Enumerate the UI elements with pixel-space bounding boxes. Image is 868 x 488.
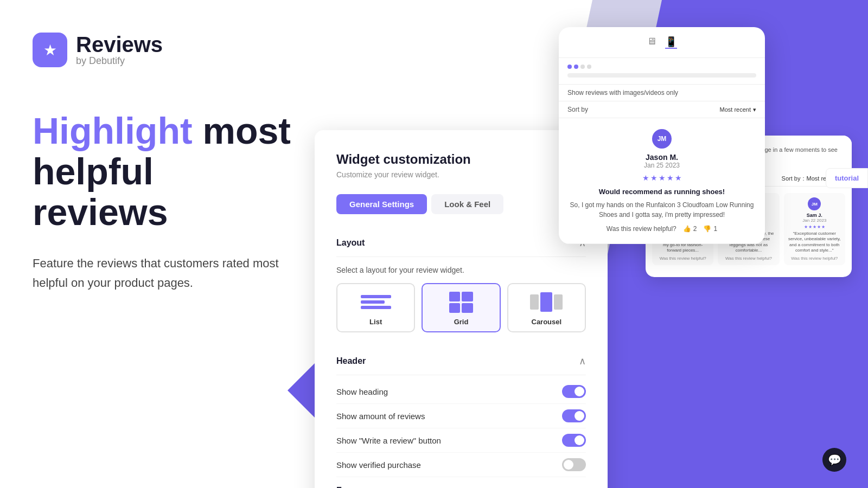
sort-chevron-icon: ▾ <box>753 106 756 113</box>
toggle-row-amount: Show amount of reviews <box>336 404 586 428</box>
toggle-verified[interactable] <box>562 458 586 471</box>
layout-label-grid: Grid <box>428 318 494 326</box>
logo-icon: ★ <box>33 33 67 67</box>
layout-option-list[interactable]: List <box>336 283 415 332</box>
sort-label: Sort by <box>567 106 588 113</box>
layout-thumb-grid <box>428 290 494 314</box>
layout-section-title: Layout <box>336 238 365 248</box>
review-widget-main: 🖥 📱 Show reviews with images/videos only… <box>559 27 765 244</box>
review-widget-tabs: 🖥 📱 <box>559 27 765 58</box>
mini-date-3: Jan 22 2023 <box>788 218 841 223</box>
mini-avatar-3: JM <box>808 197 821 210</box>
form-section-title: Form <box>336 486 358 488</box>
layout-option-carousel[interactable]: Carousel <box>507 283 586 332</box>
thumbs-down-btn[interactable]: 👎 1 <box>703 225 717 233</box>
logo-subtitle: by Debutify <box>76 55 163 67</box>
form-section-header: Form ∧ <box>336 477 586 488</box>
tab-look-feel[interactable]: Look & Feel <box>431 194 503 214</box>
header-section-title: Header <box>336 356 366 366</box>
toggle-label-heading: Show heading <box>336 387 388 396</box>
toggle-row-verified: Show verified purchase <box>336 453 586 477</box>
mini-helpful-3: Was this review helpful? <box>788 256 841 261</box>
headline: Highlight mosthelpful reviews <box>33 111 293 232</box>
mini-helpful-1: Was this review helpful? <box>656 256 709 261</box>
mini-review-card-3: JM Sam J. Jan 22 2023 ★★★★★ "Exceptional… <box>784 193 845 265</box>
header-section-header: Header ∧ <box>336 348 586 375</box>
toggle-label-verified: Show verified purchase <box>336 460 421 470</box>
review-title: Would recommend as running shoes! <box>567 188 756 196</box>
toggle-write[interactable] <box>562 434 586 447</box>
chat-icon: 💬 <box>828 453 841 466</box>
layout-section-header: Layout ∧ <box>336 229 586 257</box>
chat-button[interactable]: 💬 <box>822 448 846 472</box>
mini-stars-3: ★★★★★ <box>788 224 841 229</box>
toggle-label-amount: Show amount of reviews <box>336 412 425 421</box>
tutorial-button[interactable]: tutorial <box>826 168 868 188</box>
header-chevron-icon: ∧ <box>579 355 586 367</box>
reviewer-date: Jan 25 2023 <box>567 162 756 169</box>
toggle-label-write: Show "Write a review" button <box>336 436 441 445</box>
mobile-tab-icon[interactable]: 📱 <box>665 36 677 49</box>
layout-option-grid[interactable]: Grid <box>422 283 500 332</box>
form-chevron-icon: ∧ <box>579 485 586 488</box>
tab-general-settings[interactable]: General Settings <box>336 194 427 214</box>
helpful-row: Was this review helpful? 👍 2 👎 1 <box>567 225 756 233</box>
small-sort-label: Sort by <box>782 175 801 182</box>
review-card-main: JM Jason M. Jan 25 2023 ★★★★★ Would reco… <box>559 118 765 244</box>
reviewer-avatar: JM <box>652 129 672 149</box>
review-filter-bar <box>559 58 765 85</box>
logo-area: ★ Reviews by Debutify <box>33 33 293 67</box>
widget-panel-subtitle: Customize your review widget. <box>336 170 586 179</box>
sort-dropdown[interactable]: Most recent ▾ <box>720 106 756 113</box>
layout-prompt: Select a layout for your review widget. <box>336 266 586 274</box>
left-panel: ★ Reviews by Debutify Highlight mosthelp… <box>0 0 326 488</box>
mini-text-3: "Exceptional customer service, unbeatabl… <box>788 231 841 254</box>
sort-value: Most recent <box>720 106 751 113</box>
hero-description: Feature the reviews that customers rated… <box>33 254 293 292</box>
headline-highlight: Highlight <box>33 110 193 151</box>
toggle-amount[interactable] <box>562 409 586 422</box>
filter-text: Show reviews with images/videos only <box>559 85 765 101</box>
mini-helpful-2: Was this review helpful? <box>722 256 775 261</box>
logo-title: Reviews <box>76 34 163 55</box>
toggle-row-write: Show "Write a review" button <box>336 428 586 453</box>
helpful-label: Was this review helpful? <box>607 225 676 233</box>
layout-thumb-carousel <box>514 290 579 314</box>
desktop-tab-icon[interactable]: 🖥 <box>647 36 656 49</box>
layout-thumb-list <box>343 290 409 314</box>
layout-label-carousel: Carousel <box>514 318 579 326</box>
thumbs-up-btn[interactable]: 👍 2 <box>683 225 697 233</box>
reviewer-name: Jason M. <box>567 153 756 162</box>
toggle-heading[interactable] <box>562 385 586 398</box>
widget-panel-title: Widget customization <box>336 152 586 167</box>
logo-text-group: Reviews by Debutify <box>76 34 163 67</box>
toggle-row-heading: Show heading <box>336 380 586 404</box>
widget-tabs: General Settings Look & Feel <box>336 194 586 214</box>
sort-bar: Sort by Most recent ▾ <box>559 101 765 118</box>
layout-options: List Grid Carouse <box>336 283 586 332</box>
review-body: So, I got my hands on the Runfalcon 3 Cl… <box>567 200 756 220</box>
reviewer-stars: ★★★★★ <box>567 174 756 182</box>
layout-label-list: List <box>343 318 409 326</box>
mini-name-3: Sam J. <box>788 213 841 218</box>
